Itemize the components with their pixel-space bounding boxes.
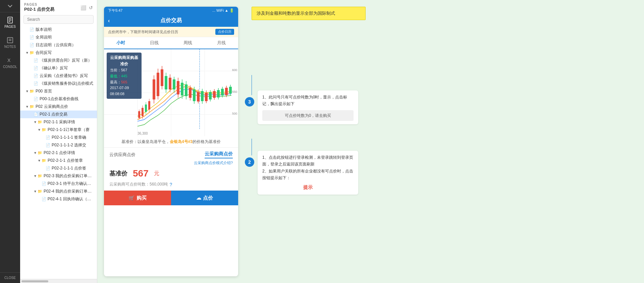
phone-basis-price: 基准价：以秦皇岛港平仓，金银岛4号#3的价格为基准价 [104,136,238,148]
back-button[interactable]: ‹ [108,18,110,24]
file-icon: 📄 [34,112,38,117]
tree-item-4[interactable]: ▼📁合同反写 [20,49,97,57]
tab-week[interactable]: 周线 [171,37,205,49]
sidebar-item-console[interactable]: X CONSOL [0,53,20,73]
svg-rect-28 [153,79,155,99]
svg-rect-64 [201,91,204,101]
file-icon: 📄 [30,35,34,40]
pages-scrollbar[interactable] [20,279,97,283]
tree-item-22[interactable]: ▼📁P02-4 我的点价采购订单（回 [20,188,97,195]
tree-item-6[interactable]: 📄《确认单》反写 [20,64,97,72]
bubble-text-2: 1、点击此按钮进行登录检测，未登录跳转到登录页面，登录之后返回该页面刷新2、如果… [258,151,358,195]
tree-item-2[interactable]: 📄全局说明 [20,33,97,41]
pages-header-icons: ⬜ ↺ [80,5,93,10]
tree-item-label: P02-1-1-1订单签章（赛 [48,127,90,133]
basis-link[interactable]: 金银岛4号#3 [170,139,193,144]
tons-label: 云采购商可点价吨数：560,000吨 [109,182,168,187]
file-icon: 📄 [34,81,38,86]
tree-item-17[interactable]: ▼📁P02-2-1 点价详情 [20,149,97,157]
console-icon: X [6,57,14,64]
phone-notice-bar: 点价闭市中，下期开市时间请详见点价日历 点价日历 [104,27,238,37]
tree-item-label: 云采购《点价通知书》反写 [40,73,88,79]
sidebar-item-notes[interactable]: NOTES [0,32,20,53]
tree-item-label: 版本说明 [36,27,52,32]
phone-price-section: 云供应商点价 云采购商点价 云采购商点价模式介绍? 基准价 567元 云采购商可… [104,148,238,191]
svg-rect-46 [177,81,179,94]
tooltip-current: 当前：567 [110,67,138,73]
file-icon: 📄 [34,58,38,63]
tree-item-label: P02-1-1-1-1 签章确 [52,135,86,140]
svg-rect-19 [142,108,144,116]
tree-item-20[interactable]: ▼📁P02-3 我的点价采购订单（待 [20,172,97,180]
sidebar-top[interactable] [0,0,20,12]
pages-label-header: PAGES [24,3,54,6]
info-icon[interactable]: ? [169,182,172,187]
bubble-2-text: 1、点击此按钮进行登录检测，未登录跳转到登录页面，登录之后返回该页面刷新2、如果… [262,155,353,180]
tree-item-12[interactable]: 📄P02-1 点价交易 [20,111,97,118]
basis-suffix: 的价格为基准价 [193,139,221,144]
svg-text:600: 600 [232,68,237,72]
tree-item-9[interactable]: ▼📁P00 首页 [20,87,97,95]
intro-link[interactable]: 云采购商点价模式介绍? [109,160,233,165]
svg-rect-76 [217,90,220,97]
tree-item-21[interactable]: 📄P02-3-1 待平台方确认（赛 [20,180,97,188]
tree-item-1[interactable]: 📄版本说明 [20,26,97,33]
tree-item-label: P02-4-1 回执待确认（点价 [48,196,94,202]
tree-item-label: P00-1点价基准价曲线 [40,96,78,102]
tree-item-label: P02-1-1-1-2 选择交 [52,142,86,148]
refresh-icon[interactable]: ↺ [89,5,93,10]
tree-item-3[interactable]: 📄日志说明（云供应商） [20,41,97,49]
tree-item-13[interactable]: ▼📁P02-1-1 采购详情 [20,118,97,126]
yellow-note: 涉及到金额和吨数的显示全部为国际制式 [252,7,366,20]
export-icon[interactable]: ⬜ [80,5,86,10]
bubble-2-subtext: 提示 [262,184,354,192]
notice-text: 点价闭市中，下期开市时间请详见点价日历 [108,29,178,34]
svg-text:550: 550 [232,90,237,93]
tree-item-7[interactable]: 📄云采购《点价通知书》反写 [20,72,97,80]
tree-item-18[interactable]: ▼📁P02-2-1-1 点价签章 [20,157,97,164]
search-input[interactable] [23,15,94,24]
folder-icon: 📁 [30,89,34,93]
sidebar-item-pages[interactable]: PAGES [0,12,20,32]
svg-rect-67 [205,93,208,101]
tree-item-label: P02-3-1 待平台方确认（赛 [48,181,94,187]
tab-day[interactable]: 日线 [138,37,171,49]
tree-item-label: P02-1 点价交易 [40,112,67,117]
tree-item-10[interactable]: 📄P00-1点价基准价曲线 [20,95,97,103]
quote-button[interactable]: ☁ 点价 [171,191,238,205]
tons-row: 云采购商可点价吨数：560,000吨 ? [109,182,233,187]
file-icon: 📄 [34,97,38,101]
notice-button[interactable]: 点价日历 [215,29,234,35]
tree-item-23[interactable]: 📄P02-4-1 回执待确认（点价 [20,195,97,203]
svg-rect-70 [209,92,212,99]
folder-icon: 📁 [38,189,42,194]
bubble-text-3: 1、此问号只有可点价吨数为0时，显示，点击标记，飘出提示如下 可点价吨数为0，请… [258,90,358,124]
base-price-row: 基准价 567元 [109,168,233,179]
price-row: 云供应商点价 云采购商点价 [109,151,233,158]
tree-item-label: 日志说明（云供应商） [36,42,76,48]
tree-item-14[interactable]: ▼📁P02-1-1-1订单签章（赛 [20,126,97,134]
tree-item-5[interactable]: 📄《煤炭供需合同》反写（新） [20,57,97,64]
pages-title: P02-1 点价交易 [24,6,54,12]
svg-rect-49 [181,83,183,95]
tree-item-15[interactable]: 📄P02-1-1-1-1 签章确 [20,134,97,141]
svg-rect-16 [138,111,140,118]
tree-item-label: P02-3 我的点价采购订单（待 [44,173,94,179]
tree-item-11[interactable]: ▼📁P02 云采购商点价 [20,103,97,111]
buy-button[interactable]: 🛒 购买 [104,191,171,205]
bubble-3-text: 1、此问号只有可点价吨数为0时，显示，点击标记，飘出提示如下 [262,95,347,106]
close-button[interactable]: CLOSE [0,272,20,283]
supply-label: 云供应商点价 [109,152,136,158]
svg-rect-43 [173,79,175,89]
tree-item-19[interactable]: 📄P02-2-1-1-1 点价签 [20,164,97,172]
tooltip-title: 云采购商采购基准价 [110,55,138,67]
tab-month[interactable]: 月线 [205,37,238,49]
svg-rect-58 [193,89,196,101]
tree-item-8[interactable]: 📄《煤炭销售服务协议(点价模式 [20,80,97,87]
annotation-bubble-3: 3 1、此问号只有可点价吨数为0时，显示，点击标记，飘出提示如下 可点价吨数为0… [245,74,358,124]
tree-item-label: 《确认单》反写 [40,65,68,71]
tab-hour[interactable]: 小时 [104,37,138,49]
svg-rect-79 [221,89,224,95]
basis-text: 基准价：以秦皇岛港平仓， [121,139,170,144]
tree-item-16[interactable]: 📄P02-1-1-1-2 选择交 [20,141,97,149]
